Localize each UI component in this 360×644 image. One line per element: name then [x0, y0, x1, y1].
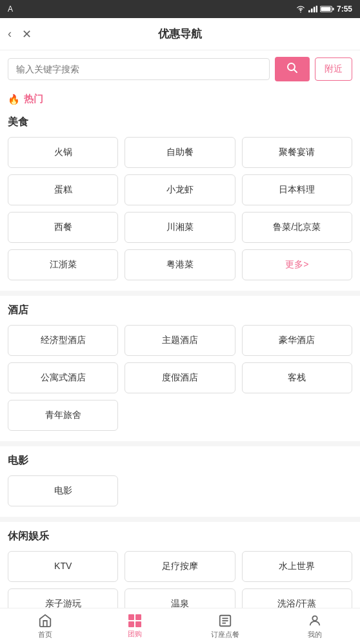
category-item-2-0[interactable]: 电影 [8, 475, 118, 506]
nav-item-group-buy[interactable]: 团购 [90, 608, 181, 644]
hot-text: 热门 [24, 93, 43, 105]
category-title-3: 休闲娱乐 [8, 530, 352, 543]
page-content: 附近 🔥 热门 美食火锅自助餐聚餐宴请蛋糕小龙虾日本料理西餐川湘菜鲁菜/北京菜江… [0, 50, 360, 644]
category-item-1-3[interactable]: 公寓式酒店 [8, 362, 118, 393]
category-section-2: 电影电影 [0, 446, 360, 517]
category-title-2: 电影 [8, 454, 352, 468]
category-item-0-1[interactable]: 自助餐 [125, 137, 235, 168]
nav-label-group-buy: 团购 [128, 629, 142, 639]
category-item-1-6[interactable]: 青年旅舍 [8, 400, 118, 431]
hot-section-label: 🔥 热门 [0, 88, 360, 108]
category-item-0-8[interactable]: 鲁菜/北京菜 [242, 212, 352, 243]
category-item-1-4[interactable]: 度假酒店 [125, 362, 235, 393]
category-item-1-2[interactable]: 豪华酒店 [242, 325, 352, 356]
category-item-3-0[interactable]: KTV [8, 551, 118, 582]
svg-rect-3 [316, 6, 317, 13]
category-item-0-7[interactable]: 川湘菜 [125, 212, 235, 243]
category-item-0-0[interactable]: 火锅 [8, 137, 118, 168]
search-icon [286, 62, 298, 74]
user-icon [308, 614, 322, 628]
svg-rect-2 [314, 7, 315, 13]
battery-icon [320, 5, 334, 13]
category-item-0-3[interactable]: 蛋糕 [8, 174, 118, 205]
nav-item-order[interactable]: 订座点餐 [180, 608, 270, 644]
svg-line-8 [294, 70, 297, 73]
search-input[interactable] [8, 58, 270, 80]
nav-item-mine[interactable]: 我的 [270, 608, 361, 644]
category-item-3-2[interactable]: 水上世界 [242, 551, 352, 582]
category-item-0-9[interactable]: 江浙菜 [8, 249, 118, 280]
nav-label-order: 订座点餐 [211, 630, 239, 639]
category-item-0-2[interactable]: 聚餐宴请 [242, 137, 352, 168]
status-bar-right: 7:55 [295, 5, 352, 14]
header: ‹ ✕ 优惠导航 [0, 18, 360, 50]
svg-rect-1 [311, 8, 313, 12]
signal-icon [308, 5, 317, 13]
category-item-0-10[interactable]: 粤港菜 [125, 249, 235, 280]
search-button[interactable] [275, 57, 310, 81]
order-icon [218, 614, 232, 628]
category-grid-1: 经济型酒店主题酒店豪华酒店公寓式酒店度假酒店客栈青年旅舍 [8, 325, 352, 431]
category-section-1: 酒店经济型酒店主题酒店豪华酒店公寓式酒店度假酒店客栈青年旅舍 [0, 296, 360, 441]
category-item-1-0[interactable]: 经济型酒店 [8, 325, 118, 356]
category-item-1-5[interactable]: 客栈 [242, 362, 352, 393]
svg-rect-6 [321, 7, 330, 11]
category-item-0-5[interactable]: 日本料理 [242, 174, 352, 205]
category-item-0-6[interactable]: 西餐 [8, 212, 118, 243]
nav-label-home: 首页 [38, 630, 52, 639]
nav-item-home[interactable]: 首页 [0, 608, 90, 644]
category-grid-0: 火锅自助餐聚餐宴请蛋糕小龙虾日本料理西餐川湘菜鲁菜/北京菜江浙菜粤港菜更多> [8, 137, 352, 280]
category-item-1-1[interactable]: 主题酒店 [125, 325, 235, 356]
bottom-nav: 首页 团购 订座点餐 我的 [0, 608, 360, 644]
nav-label-mine: 我的 [308, 630, 322, 639]
app-label: A [8, 5, 13, 14]
header-left-icons: ‹ ✕ [8, 27, 32, 41]
category-grid-2: 电影 [8, 475, 352, 506]
category-title-0: 美食 [8, 116, 352, 129]
category-title-1: 酒店 [8, 304, 352, 317]
close-button[interactable]: ✕ [22, 27, 32, 41]
wifi-icon [295, 5, 306, 13]
back-button[interactable]: ‹ [8, 27, 12, 41]
time: 7:55 [337, 5, 352, 14]
categories-container: 美食火锅自助餐聚餐宴请蛋糕小龙虾日本料理西餐川湘菜鲁菜/北京菜江浙菜粤港菜更多>… [0, 108, 360, 644]
header-title: 优惠导航 [158, 26, 202, 41]
category-section-0: 美食火锅自助餐聚餐宴请蛋糕小龙虾日本料理西餐川湘菜鲁菜/北京菜江浙菜粤港菜更多> [0, 108, 360, 291]
flame-icon: 🔥 [8, 94, 20, 105]
grid-icon [128, 614, 141, 627]
category-item-0-11[interactable]: 更多> [242, 249, 352, 280]
category-item-0-4[interactable]: 小龙虾 [125, 174, 235, 205]
nearby-button[interactable]: 附近 [315, 57, 352, 81]
svg-rect-5 [332, 8, 334, 10]
category-item-3-1[interactable]: 足疗按摩 [125, 551, 235, 582]
home-icon [38, 614, 52, 628]
status-bar-left: A [8, 5, 13, 14]
svg-point-13 [313, 616, 317, 620]
status-bar: A 7:55 [0, 0, 360, 18]
svg-rect-0 [308, 10, 310, 13]
search-bar: 附近 [0, 50, 360, 88]
